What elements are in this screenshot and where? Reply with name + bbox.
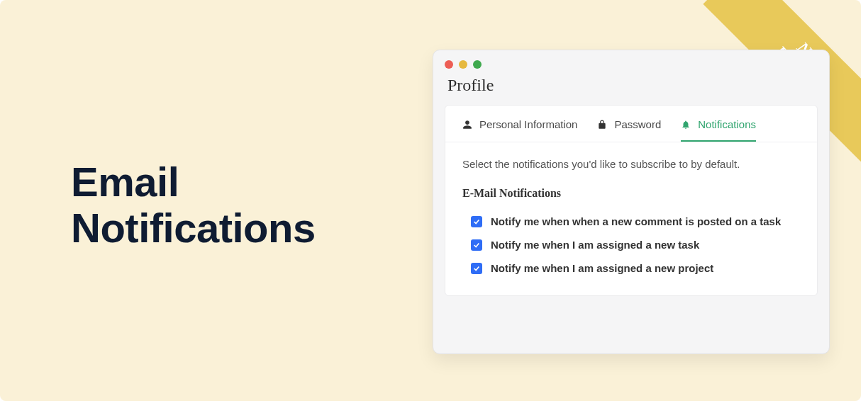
tab-password[interactable]: Password bbox=[597, 118, 661, 142]
minimize-icon[interactable] bbox=[459, 60, 467, 69]
maximize-icon[interactable] bbox=[473, 60, 482, 69]
tabs: Personal Information Password Notificati… bbox=[445, 106, 817, 142]
checkbox-assigned-task[interactable] bbox=[471, 239, 482, 251]
bell-icon bbox=[681, 120, 691, 130]
option-label: Notify me when I am assigned a new task bbox=[491, 239, 699, 251]
list-item: Notify me when when a new comment is pos… bbox=[471, 210, 800, 233]
checkbox-new-comment[interactable] bbox=[471, 216, 482, 227]
headline-line1: Email bbox=[71, 159, 316, 205]
lock-icon bbox=[597, 120, 607, 130]
tab-label: Notifications bbox=[698, 118, 756, 130]
window-controls bbox=[433, 50, 829, 73]
tab-label: Personal Information bbox=[479, 118, 577, 130]
checkbox-assigned-project[interactable] bbox=[471, 263, 482, 274]
window-title: Profile bbox=[433, 73, 829, 105]
user-icon bbox=[462, 120, 472, 130]
headline-line2: Notifications bbox=[71, 205, 316, 251]
tab-label: Password bbox=[614, 118, 661, 130]
app-window: Profile Personal Information Password bbox=[433, 50, 830, 354]
tab-personal-information[interactable]: Personal Information bbox=[462, 118, 577, 142]
tab-notifications[interactable]: Notifications bbox=[681, 118, 756, 142]
section-description: Select the notifications you'd like to s… bbox=[445, 142, 817, 176]
notification-options: Notify me when when a new comment is pos… bbox=[445, 204, 817, 295]
hero-panel: New Feature Email Notifications Profile … bbox=[0, 0, 861, 401]
list-item: Notify me when I am assigned a new proje… bbox=[471, 256, 800, 280]
option-label: Notify me when I am assigned a new proje… bbox=[491, 262, 713, 274]
section-title: E-Mail Notifications bbox=[445, 176, 817, 204]
hero-headline: Email Notifications bbox=[71, 159, 316, 251]
close-icon[interactable] bbox=[445, 60, 453, 69]
list-item: Notify me when I am assigned a new task bbox=[471, 233, 800, 256]
profile-card: Personal Information Password Notificati… bbox=[445, 105, 818, 296]
option-label: Notify me when when a new comment is pos… bbox=[491, 215, 781, 227]
